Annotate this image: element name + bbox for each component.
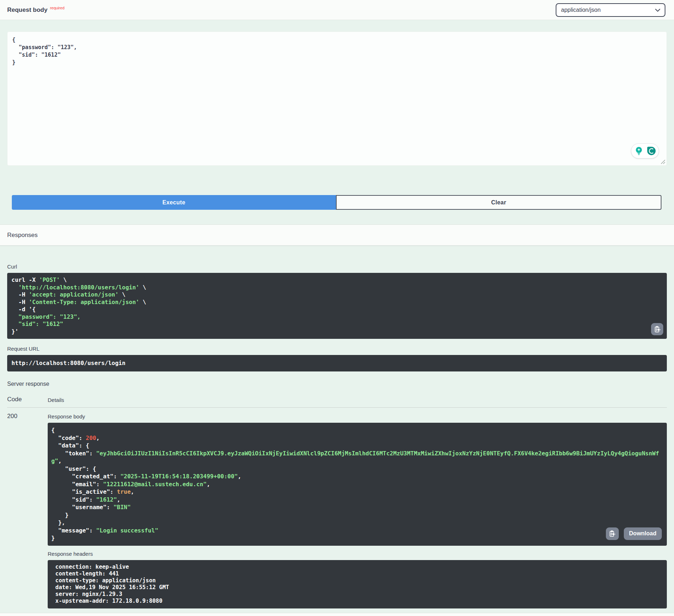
- ai-assistant-pill[interactable]: [631, 143, 659, 158]
- copy-response-button[interactable]: [606, 527, 619, 540]
- response-body-label: Response body: [48, 413, 667, 420]
- responses-body: Curl curl -X 'POST' \ 'http://localhost:…: [0, 264, 674, 608]
- request-body-title-wrap: Request bodyrequired: [7, 6, 65, 14]
- request-body-section: { "password": "123", "sid": "1612" }: [7, 32, 667, 166]
- response-headers-label: Response headers: [48, 551, 667, 557]
- chat-bubble-icon[interactable]: [646, 146, 657, 156]
- request-body-editor[interactable]: { "password": "123", "sid": "1612" }: [7, 32, 667, 166]
- lightbulb-icon[interactable]: [633, 146, 644, 156]
- copy-to-clipboard-icon: [654, 326, 661, 333]
- copy-to-clipboard-icon: [608, 530, 616, 537]
- status-code: 200: [7, 413, 48, 608]
- server-response-row: 200 Response body { "code": 200, "data":…: [7, 408, 667, 608]
- swagger-try-it-out-panel: Request bodyrequired application/json { …: [0, 0, 674, 616]
- response-headers-code: connection: keep-alive content-length: 4…: [48, 560, 667, 608]
- documented-responses-header: Responses: [0, 613, 674, 616]
- content-type-select-wrap: application/json: [556, 3, 665, 17]
- code-column-header: Code: [7, 396, 48, 403]
- responses-section-header: Responses: [0, 224, 674, 246]
- clear-button[interactable]: Clear: [336, 195, 661, 210]
- request-body-title: Request body: [7, 6, 47, 13]
- execute-button[interactable]: Execute: [12, 195, 336, 210]
- response-details: Response body { "code": 200, "data": { "…: [48, 413, 667, 608]
- details-column-header: Details: [48, 397, 64, 403]
- response-actions: Download: [606, 527, 662, 540]
- curl-command: curl -X 'POST' \ 'http://localhost:8080/…: [7, 273, 667, 339]
- responses-title: Responses: [7, 232, 38, 239]
- request-url-value: http://localhost:8080/users/login: [7, 355, 667, 371]
- curl-label: Curl: [7, 264, 667, 270]
- download-button[interactable]: Download: [624, 527, 662, 540]
- request-body-header: Request bodyrequired application/json: [0, 0, 674, 20]
- response-table-header: Code Details: [7, 396, 667, 408]
- request-url-label: Request URL: [7, 346, 667, 352]
- resize-handle[interactable]: [660, 159, 665, 164]
- server-response-heading: Server response: [7, 381, 667, 387]
- content-type-select[interactable]: application/json: [556, 3, 665, 17]
- execute-wrapper: Execute Clear: [12, 195, 661, 210]
- response-body-code: { "code": 200, "data": { "token": "eyJhb…: [48, 423, 667, 546]
- required-badge: required: [50, 6, 64, 10]
- copy-curl-button[interactable]: [651, 323, 663, 335]
